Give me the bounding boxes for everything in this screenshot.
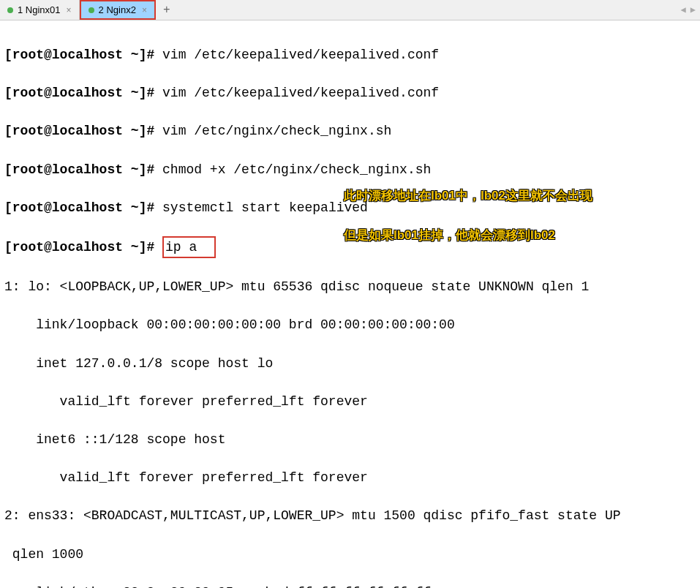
tab-nginx2[interactable]: 2 Nginx2 × (80, 0, 156, 20)
output-line: valid_lft forever preferred_lft forever (4, 468, 696, 487)
shell-prompt: [root@localhost ~]# (4, 240, 162, 255)
terminal-output[interactable]: [root@localhost ~]# vim /etc/keepalived/… (0, 20, 700, 588)
nav-right-icon[interactable]: ▶ (690, 4, 696, 15)
command-text: systemctl start keepalived (162, 200, 368, 215)
shell-prompt: [root@localhost ~]# (4, 124, 162, 138)
command-text: vim /etc/keepalived/keepalived.conf (162, 86, 439, 100)
shell-prompt: [root@localhost ~]# (4, 162, 162, 177)
close-icon[interactable]: × (67, 5, 72, 15)
tab-label: 1 Nginx01 (18, 4, 61, 15)
tab-nginx01[interactable]: 1 Nginx01 × (0, 0, 80, 20)
shell-prompt: [root@localhost ~]# (4, 200, 162, 215)
command-text: vim /etc/nginx/check_nginx.sh (162, 124, 391, 138)
annotation-text: 此时漂移地址在lb01中，lb02这里就不会出现 (344, 187, 592, 206)
tab-nav: ◀ ▶ (681, 4, 700, 15)
new-tab-button[interactable]: + (156, 4, 178, 17)
close-icon[interactable]: × (142, 5, 147, 15)
tab-bar: 1 Nginx01 × 2 Nginx2 × + ◀ ▶ (0, 0, 700, 20)
highlighted-command: ip a (162, 236, 216, 258)
output-line: valid_lft forever preferred_lft forever (4, 392, 696, 411)
status-dot-icon (89, 7, 94, 13)
shell-prompt: [root@localhost ~]# (4, 86, 162, 100)
tab-label: 2 Nginx2 (99, 4, 136, 15)
shell-prompt: [root@localhost ~]# (4, 48, 162, 62)
command-text: ip a (165, 240, 197, 255)
nav-left-icon[interactable]: ◀ (681, 4, 686, 15)
output-line: qlen 1000 (4, 545, 696, 564)
command-text: chmod +x /etc/nginx/check_nginx.sh (162, 162, 431, 177)
output-line: link/loopback 00:00:00:00:00:00 brd 00:0… (4, 315, 696, 334)
output-line: link/ether 00:0c:29:89:95:ee brd ff:ff:f… (4, 583, 696, 588)
status-dot-icon (7, 7, 13, 13)
output-line: inet6 ::1/128 scope host (4, 430, 696, 449)
output-line: 1: lo: <LOOPBACK,UP,LOWER_UP> mtu 65536 … (4, 277, 696, 296)
command-text: vim /etc/keepalived/keepalived.conf (162, 48, 439, 62)
output-line: 2: ens33: <BROADCAST,MULTICAST,UP,LOWER_… (4, 506, 696, 525)
annotation-text: 但是如果lb01挂掉，他就会漂移到lb02 (344, 227, 555, 245)
output-line: inet 127.0.0.1/8 scope host lo (4, 354, 696, 373)
